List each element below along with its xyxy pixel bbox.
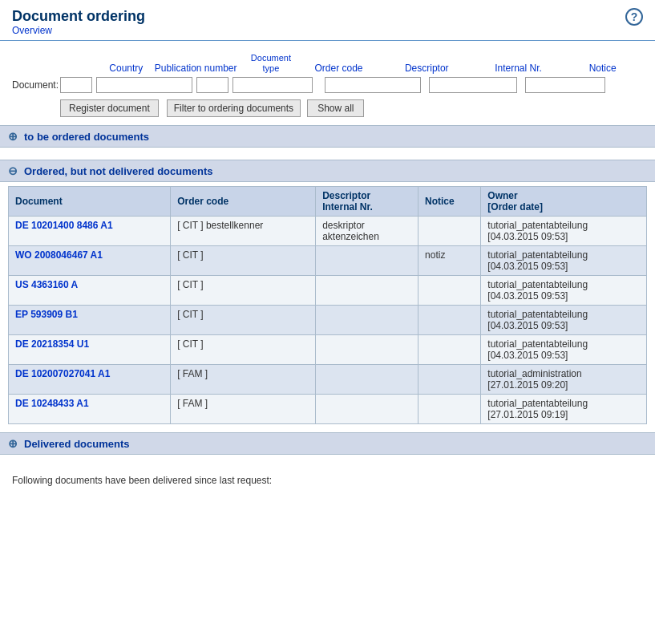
footer-text: Following documents have been delivered …: [0, 467, 655, 494]
col-country-label: Country: [104, 63, 148, 74]
to-be-ordered-section-header[interactable]: ⊕ to be ordered documents: [0, 125, 655, 148]
cell-descriptor: [316, 395, 418, 424]
cell-notice: notiz: [418, 246, 481, 276]
cell-notice: [418, 217, 481, 246]
th-order-code: Order code: [171, 187, 316, 217]
table-row: DE 20218354 U1[ CIT ]tutorial_patentabte…: [9, 335, 647, 365]
col-notice-label: Notice: [562, 63, 643, 74]
register-document-button[interactable]: Register document: [60, 99, 159, 117]
delivered-title: Delivered documents: [24, 438, 130, 450]
table-header-row: Document Order code DescriptorInternal N…: [9, 187, 647, 217]
input-notice[interactable]: [525, 77, 605, 93]
expand-delivered-icon: ⊕: [8, 437, 18, 450]
input-ordercode[interactable]: [232, 77, 313, 93]
page-subtitle: Overview: [12, 25, 643, 36]
spacer2: [0, 455, 655, 467]
col-ordercode-label: Order code: [298, 63, 379, 74]
document-link[interactable]: WO 2008046467 A1: [15, 249, 103, 261]
cell-order-code: [ FAM ]: [171, 365, 316, 395]
cell-document: DE 20218354 U1: [9, 335, 171, 365]
cell-notice: [418, 365, 481, 395]
cell-descriptor: [316, 276, 418, 306]
cell-document: EP 593909 B1: [9, 306, 171, 335]
col-pubnum-label: Publication number: [148, 63, 244, 74]
th-notice: Notice: [418, 187, 481, 217]
cell-document: DE 10201400 8486 A1: [9, 217, 171, 246]
cell-owner: tutorial_patentabteilung[27.01.2015 09:1…: [481, 395, 647, 424]
page-header: Document ordering Overview ?: [0, 0, 655, 41]
delivered-section-header[interactable]: ⊕ Delivered documents: [0, 432, 655, 455]
cell-descriptor: deskriptoraktenzeichen: [316, 217, 418, 246]
page-title: Document ordering: [12, 8, 643, 25]
input-internalnr[interactable]: [429, 77, 517, 93]
document-link[interactable]: DE 20218354 U1: [15, 338, 89, 350]
col-internalnr-label: Internal Nr.: [475, 63, 563, 74]
cell-order-code: [ CIT ]: [171, 335, 316, 365]
collapse-icon: ⊖: [8, 164, 18, 177]
input-country[interactable]: [60, 77, 92, 93]
table-row: DE 10201400 8486 A1[ CIT ] bestellkenner…: [9, 217, 647, 246]
show-all-button[interactable]: Show all: [307, 99, 364, 117]
col-descriptor-label: Descriptor: [379, 63, 475, 74]
input-pubnum[interactable]: [96, 77, 192, 93]
table-row: WO 2008046467 A1[ CIT ]notiztutorial_pat…: [9, 246, 647, 276]
page-wrapper: Document ordering Overview ? Country Pub…: [0, 0, 655, 644]
document-link[interactable]: US 4363160 A: [15, 279, 78, 290]
table-row: EP 593909 B1[ CIT ]tutorial_patentabteil…: [9, 306, 647, 335]
filter-ordering-button[interactable]: Filter to ordering documents: [167, 99, 301, 117]
ordered-table-body: DE 10201400 8486 A1[ CIT ] bestellkenner…: [9, 217, 647, 424]
cell-notice: [418, 335, 481, 365]
document-link[interactable]: DE 102007027041 A1: [15, 368, 110, 379]
document-link[interactable]: EP 593909 B1: [15, 309, 78, 320]
to-be-ordered-title: to be ordered documents: [24, 131, 149, 143]
input-descriptor[interactable]: [325, 77, 421, 93]
col-doctype-label: Documenttype: [244, 53, 299, 74]
document-link[interactable]: DE 10248433 A1: [15, 398, 89, 409]
table-row: DE 102007027041 A1[ FAM ]tutorial_admini…: [9, 365, 647, 395]
expand-icon: ⊕: [8, 130, 18, 143]
cell-order-code: [ CIT ]: [171, 276, 316, 306]
cell-notice: [418, 276, 481, 306]
cell-document: WO 2008046467 A1: [9, 246, 171, 276]
input-doctype[interactable]: [196, 77, 228, 93]
table-row: US 4363160 A[ CIT ]tutorial_patentabteil…: [9, 276, 647, 306]
buttons-row: Register document Filter to ordering doc…: [60, 99, 643, 117]
form-labels-row: Country Publication number Documenttype …: [12, 53, 643, 74]
cell-order-code: [ CIT ]: [171, 306, 316, 335]
cell-order-code: [ FAM ]: [171, 395, 316, 424]
table-row: DE 10248433 A1[ FAM ]tutorial_patentabte…: [9, 395, 647, 424]
th-owner: Owner[Order date]: [481, 187, 647, 217]
ordered-not-delivered-title: Ordered, but not delivered documents: [24, 165, 212, 177]
cell-owner: tutorial_patentabteilung[04.03.2015 09:5…: [481, 306, 647, 335]
cell-descriptor: [316, 306, 418, 335]
cell-owner: tutorial_patentabteilung[04.03.2015 09:5…: [481, 276, 647, 306]
cell-notice: [418, 395, 481, 424]
cell-order-code: [ CIT ]: [171, 246, 316, 276]
cell-document: US 4363160 A: [9, 276, 171, 306]
form-inputs-row: Document:: [12, 77, 643, 93]
cell-owner: tutorial_patentabteilung[04.03.2015 09:5…: [481, 246, 647, 276]
document-link[interactable]: DE 10201400 8486 A1: [15, 220, 113, 231]
cell-document: DE 102007027041 A1: [9, 365, 171, 395]
cell-document: DE 10248433 A1: [9, 395, 171, 424]
cell-descriptor: [316, 335, 418, 365]
cell-notice: [418, 306, 481, 335]
th-descriptor: DescriptorInternal Nr.: [316, 187, 418, 217]
cell-owner: tutorial_patentabteilung[04.03.2015 09:5…: [481, 335, 647, 365]
th-document: Document: [9, 187, 171, 217]
ordered-not-delivered-table: Document Order code DescriptorInternal N…: [8, 186, 647, 424]
cell-owner: tutorial_patentabteilung[04.03.2015 09:5…: [481, 217, 647, 246]
cell-descriptor: [316, 365, 418, 395]
ordered-not-delivered-section-header[interactable]: ⊖ Ordered, but not delivered documents: [0, 160, 655, 182]
ordered-not-delivered-table-container: Document Order code DescriptorInternal N…: [0, 182, 655, 432]
help-icon[interactable]: ?: [625, 8, 643, 26]
cell-descriptor: [316, 246, 418, 276]
cell-owner: tutorial_administration[27.01.2015 09:20…: [481, 365, 647, 395]
cell-order-code: [ CIT ] bestellkenner: [171, 217, 316, 246]
document-label: Document:: [12, 79, 60, 91]
spacer1: [0, 148, 655, 160]
form-area: Country Publication number Documenttype …: [0, 41, 655, 125]
